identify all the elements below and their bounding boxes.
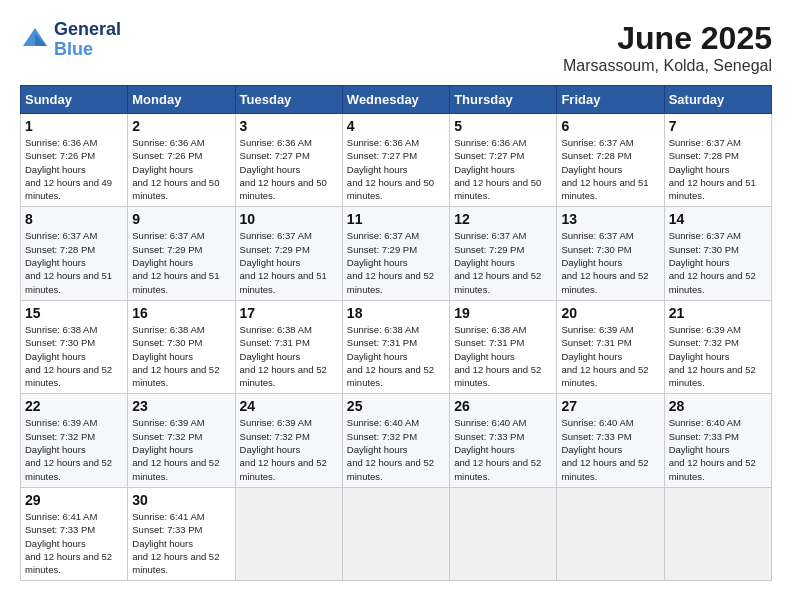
day-cell-26: 26 Sunrise: 6:40 AMSunset: 7:33 PMDaylig… xyxy=(450,394,557,487)
day-number: 26 xyxy=(454,398,552,414)
empty-cell xyxy=(557,487,664,580)
day-info: Sunrise: 6:37 AMSunset: 7:28 PMDaylight … xyxy=(25,230,112,294)
day-number: 27 xyxy=(561,398,659,414)
title-area: June 2025 Marsassoum, Kolda, Senegal xyxy=(563,20,772,75)
day-info: Sunrise: 6:41 AMSunset: 7:33 PMDaylight … xyxy=(25,511,112,575)
day-info: Sunrise: 6:38 AMSunset: 7:31 PMDaylight … xyxy=(240,324,327,388)
day-info: Sunrise: 6:36 AMSunset: 7:27 PMDaylight … xyxy=(347,137,434,201)
day-cell-21: 21 Sunrise: 6:39 AMSunset: 7:32 PMDaylig… xyxy=(664,300,771,393)
day-number: 21 xyxy=(669,305,767,321)
day-cell-10: 10 Sunrise: 6:37 AMSunset: 7:29 PMDaylig… xyxy=(235,207,342,300)
day-cell-8: 8 Sunrise: 6:37 AMSunset: 7:28 PMDayligh… xyxy=(21,207,128,300)
day-number: 14 xyxy=(669,211,767,227)
day-cell-15: 15 Sunrise: 6:38 AMSunset: 7:30 PMDaylig… xyxy=(21,300,128,393)
day-cell-14: 14 Sunrise: 6:37 AMSunset: 7:30 PMDaylig… xyxy=(664,207,771,300)
day-info: Sunrise: 6:36 AMSunset: 7:26 PMDaylight … xyxy=(25,137,112,201)
day-cell-27: 27 Sunrise: 6:40 AMSunset: 7:33 PMDaylig… xyxy=(557,394,664,487)
day-cell-19: 19 Sunrise: 6:38 AMSunset: 7:31 PMDaylig… xyxy=(450,300,557,393)
empty-cell xyxy=(664,487,771,580)
day-cell-22: 22 Sunrise: 6:39 AMSunset: 7:32 PMDaylig… xyxy=(21,394,128,487)
day-number: 25 xyxy=(347,398,445,414)
day-number: 3 xyxy=(240,118,338,134)
weekday-header-monday: Monday xyxy=(128,86,235,114)
day-number: 23 xyxy=(132,398,230,414)
day-info: Sunrise: 6:37 AMSunset: 7:30 PMDaylight … xyxy=(669,230,756,294)
day-number: 28 xyxy=(669,398,767,414)
day-info: Sunrise: 6:41 AMSunset: 7:33 PMDaylight … xyxy=(132,511,219,575)
day-info: Sunrise: 6:38 AMSunset: 7:31 PMDaylight … xyxy=(347,324,434,388)
day-number: 29 xyxy=(25,492,123,508)
day-cell-20: 20 Sunrise: 6:39 AMSunset: 7:31 PMDaylig… xyxy=(557,300,664,393)
day-info: Sunrise: 6:39 AMSunset: 7:31 PMDaylight … xyxy=(561,324,648,388)
day-info: Sunrise: 6:39 AMSunset: 7:32 PMDaylight … xyxy=(132,417,219,481)
weekday-header-saturday: Saturday xyxy=(664,86,771,114)
day-cell-7: 7 Sunrise: 6:37 AMSunset: 7:28 PMDayligh… xyxy=(664,114,771,207)
empty-cell xyxy=(342,487,449,580)
day-number: 22 xyxy=(25,398,123,414)
day-number: 6 xyxy=(561,118,659,134)
day-number: 13 xyxy=(561,211,659,227)
empty-cell xyxy=(235,487,342,580)
day-number: 7 xyxy=(669,118,767,134)
day-info: Sunrise: 6:39 AMSunset: 7:32 PMDaylight … xyxy=(25,417,112,481)
day-cell-13: 13 Sunrise: 6:37 AMSunset: 7:30 PMDaylig… xyxy=(557,207,664,300)
day-cell-18: 18 Sunrise: 6:38 AMSunset: 7:31 PMDaylig… xyxy=(342,300,449,393)
day-number: 17 xyxy=(240,305,338,321)
week-row-3: 15 Sunrise: 6:38 AMSunset: 7:30 PMDaylig… xyxy=(21,300,772,393)
day-number: 1 xyxy=(25,118,123,134)
day-number: 19 xyxy=(454,305,552,321)
day-info: Sunrise: 6:40 AMSunset: 7:33 PMDaylight … xyxy=(669,417,756,481)
day-cell-11: 11 Sunrise: 6:37 AMSunset: 7:29 PMDaylig… xyxy=(342,207,449,300)
calendar-title: June 2025 xyxy=(563,20,772,57)
week-row-2: 8 Sunrise: 6:37 AMSunset: 7:28 PMDayligh… xyxy=(21,207,772,300)
day-info: Sunrise: 6:38 AMSunset: 7:30 PMDaylight … xyxy=(25,324,112,388)
day-info: Sunrise: 6:38 AMSunset: 7:30 PMDaylight … xyxy=(132,324,219,388)
day-number: 5 xyxy=(454,118,552,134)
weekday-header-tuesday: Tuesday xyxy=(235,86,342,114)
day-number: 8 xyxy=(25,211,123,227)
day-number: 18 xyxy=(347,305,445,321)
day-info: Sunrise: 6:40 AMSunset: 7:33 PMDaylight … xyxy=(454,417,541,481)
day-cell-12: 12 Sunrise: 6:37 AMSunset: 7:29 PMDaylig… xyxy=(450,207,557,300)
day-info: Sunrise: 6:37 AMSunset: 7:29 PMDaylight … xyxy=(347,230,434,294)
day-number: 4 xyxy=(347,118,445,134)
day-number: 11 xyxy=(347,211,445,227)
day-info: Sunrise: 6:36 AMSunset: 7:26 PMDaylight … xyxy=(132,137,219,201)
week-row-5: 29 Sunrise: 6:41 AMSunset: 7:33 PMDaylig… xyxy=(21,487,772,580)
weekday-header-friday: Friday xyxy=(557,86,664,114)
day-number: 2 xyxy=(132,118,230,134)
day-cell-17: 17 Sunrise: 6:38 AMSunset: 7:31 PMDaylig… xyxy=(235,300,342,393)
day-info: Sunrise: 6:39 AMSunset: 7:32 PMDaylight … xyxy=(669,324,756,388)
day-number: 20 xyxy=(561,305,659,321)
day-info: Sunrise: 6:38 AMSunset: 7:31 PMDaylight … xyxy=(454,324,541,388)
day-number: 15 xyxy=(25,305,123,321)
day-cell-4: 4 Sunrise: 6:36 AMSunset: 7:27 PMDayligh… xyxy=(342,114,449,207)
day-cell-28: 28 Sunrise: 6:40 AMSunset: 7:33 PMDaylig… xyxy=(664,394,771,487)
day-cell-5: 5 Sunrise: 6:36 AMSunset: 7:27 PMDayligh… xyxy=(450,114,557,207)
empty-cell xyxy=(450,487,557,580)
calendar-table: SundayMondayTuesdayWednesdayThursdayFrid… xyxy=(20,85,772,581)
day-info: Sunrise: 6:37 AMSunset: 7:30 PMDaylight … xyxy=(561,230,648,294)
logo: General Blue xyxy=(20,20,121,60)
day-info: Sunrise: 6:37 AMSunset: 7:29 PMDaylight … xyxy=(132,230,219,294)
day-number: 16 xyxy=(132,305,230,321)
calendar-subtitle: Marsassoum, Kolda, Senegal xyxy=(563,57,772,75)
day-number: 9 xyxy=(132,211,230,227)
day-info: Sunrise: 6:40 AMSunset: 7:33 PMDaylight … xyxy=(561,417,648,481)
weekday-header-thursday: Thursday xyxy=(450,86,557,114)
day-number: 30 xyxy=(132,492,230,508)
day-info: Sunrise: 6:36 AMSunset: 7:27 PMDaylight … xyxy=(454,137,541,201)
day-cell-29: 29 Sunrise: 6:41 AMSunset: 7:33 PMDaylig… xyxy=(21,487,128,580)
weekday-header-row: SundayMondayTuesdayWednesdayThursdayFrid… xyxy=(21,86,772,114)
day-number: 24 xyxy=(240,398,338,414)
day-cell-25: 25 Sunrise: 6:40 AMSunset: 7:32 PMDaylig… xyxy=(342,394,449,487)
day-number: 10 xyxy=(240,211,338,227)
day-info: Sunrise: 6:37 AMSunset: 7:29 PMDaylight … xyxy=(454,230,541,294)
day-info: Sunrise: 6:39 AMSunset: 7:32 PMDaylight … xyxy=(240,417,327,481)
week-row-4: 22 Sunrise: 6:39 AMSunset: 7:32 PMDaylig… xyxy=(21,394,772,487)
weekday-header-sunday: Sunday xyxy=(21,86,128,114)
day-info: Sunrise: 6:36 AMSunset: 7:27 PMDaylight … xyxy=(240,137,327,201)
day-cell-3: 3 Sunrise: 6:36 AMSunset: 7:27 PMDayligh… xyxy=(235,114,342,207)
day-number: 12 xyxy=(454,211,552,227)
logo-icon xyxy=(20,25,50,55)
